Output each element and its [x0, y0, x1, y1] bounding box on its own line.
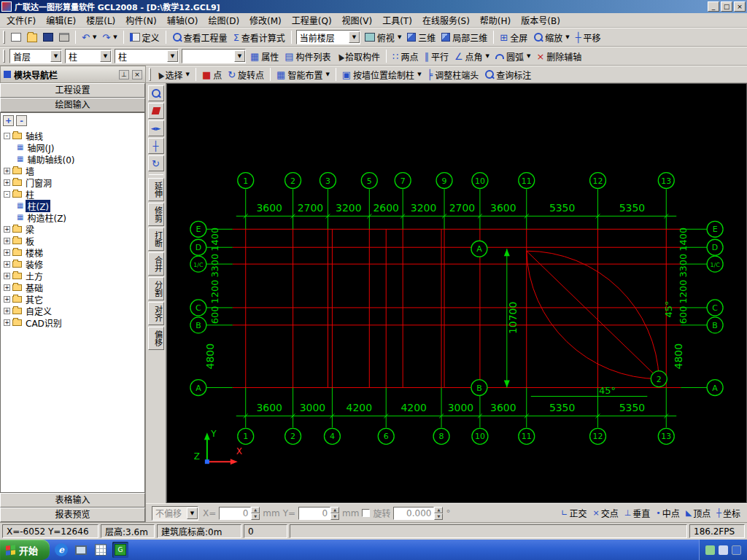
two-point-axis-button[interactable]: ∷两点 — [390, 48, 421, 64]
vertex-button[interactable]: ◣顶点 — [684, 505, 713, 521]
table-input-button[interactable]: 表格输入 — [0, 493, 145, 508]
toolbar-grip[interactable] — [3, 50, 5, 63]
maximize-button[interactable]: □ — [721, 1, 732, 12]
tree-item[interactable]: ▦轴网(J) — [1, 141, 144, 153]
component-list-button[interactable]: ▤构件列表 — [282, 48, 333, 64]
tree-expander[interactable]: - — [4, 191, 10, 198]
zoom-button[interactable]: 缩放▼ — [530, 29, 572, 45]
menu-aux-axis[interactable]: 辅轴(O) — [162, 12, 204, 28]
chevron-down-icon[interactable]: ▼ — [50, 50, 61, 62]
three-d-button[interactable]: 三维 — [404, 29, 438, 45]
start-button[interactable]: 开始 — [0, 540, 50, 560]
tree-item[interactable]: +土方 — [1, 270, 144, 281]
point-angle-axis-button[interactable]: ∠点角▼ — [452, 48, 492, 64]
angle-spin-down[interactable]: ▼ — [434, 513, 443, 520]
angle-spin-up[interactable]: ▲ — [434, 507, 443, 513]
menu-edit[interactable]: 编辑(E) — [41, 12, 81, 28]
tree-expander[interactable]: + — [4, 261, 10, 268]
tree-item[interactable]: +门窗洞 — [1, 176, 144, 188]
undo-button[interactable]: ↶▼ — [79, 29, 99, 45]
side-tool-merge[interactable]: 合并 — [148, 252, 164, 276]
local-three-d-button[interactable]: 局部三维 — [438, 29, 490, 45]
pin-icon[interactable]: ⊥ — [119, 70, 129, 79]
y-spin-up[interactable]: ▲ — [330, 507, 339, 513]
tree-item[interactable]: +装修 — [1, 258, 144, 270]
open-button[interactable] — [24, 29, 40, 45]
point-draw-button[interactable]: ■点 — [199, 66, 225, 82]
tree-item[interactable]: +楼梯 — [1, 246, 144, 258]
zoom-window-button[interactable] — [148, 85, 164, 101]
menu-quantity[interactable]: 工程量(Q) — [287, 12, 337, 28]
expand-all-button[interactable]: + — [3, 115, 14, 126]
report-preview-button[interactable]: 报表预览 — [0, 508, 145, 522]
menu-help[interactable]: 帮助(H) — [475, 12, 516, 28]
project-settings-button[interactable]: 工程设置 — [0, 83, 145, 98]
spreadsheet-app-task[interactable] — [93, 542, 109, 558]
tree-expander[interactable]: + — [4, 273, 10, 279]
chevron-down-icon[interactable]: ▼ — [167, 50, 178, 62]
move-button[interactable]: ┼ — [148, 138, 164, 154]
tray-network-icon[interactable] — [732, 545, 741, 555]
ie-launcher[interactable]: e — [53, 542, 69, 558]
draw-input-button[interactable]: 绘图输入 — [0, 98, 145, 112]
query-annotation-button[interactable]: 查询标注 — [481, 66, 534, 82]
midpoint-button[interactable]: •中点 — [654, 505, 682, 521]
define-button[interactable]: 定义 — [127, 29, 163, 45]
current-floor-combo[interactable]: 当前楼层▼ — [296, 30, 360, 44]
minimize-button[interactable]: _ — [708, 1, 719, 12]
menu-view[interactable]: 视图(V) — [337, 12, 378, 28]
draw-by-wall-button[interactable]: ▣按墙位置绘制柱▼ — [339, 66, 425, 82]
category-combo[interactable]: 柱▼ — [65, 49, 112, 63]
side-tool-break[interactable]: 打断 — [148, 228, 164, 251]
tree-expander[interactable]: + — [4, 284, 10, 291]
x-input[interactable]: 0 — [219, 507, 251, 520]
rotate-button[interactable]: ↻ — [148, 155, 164, 171]
coordinate-button[interactable]: ┼坐标 — [714, 505, 743, 521]
mirror-button[interactable]: ◄► — [148, 120, 164, 136]
redo-button[interactable]: ↷▼ — [99, 29, 120, 45]
new-button[interactable] — [8, 29, 24, 45]
tree-item[interactable]: +基础 — [1, 281, 144, 293]
tree-item[interactable]: +梁 — [1, 223, 144, 235]
tree-item[interactable]: ▦柱(Z) — [1, 200, 144, 211]
side-tool-offset[interactable]: 偏移 — [148, 327, 164, 350]
close-button[interactable]: × — [734, 1, 746, 12]
y-spin-down[interactable]: ▼ — [330, 513, 339, 520]
menu-floor[interactable]: 楼层(L) — [81, 12, 120, 28]
delete-aux-axis-button[interactable]: ×删除辅轴 — [533, 48, 584, 64]
tree-expander[interactable]: + — [4, 308, 10, 314]
angle-input[interactable]: 0.000 — [393, 507, 434, 520]
select-button[interactable]: ▲选择▼ — [154, 66, 193, 82]
rotate-checkbox[interactable] — [362, 509, 370, 517]
side-tool-trim[interactable]: 修剪 — [148, 203, 164, 226]
side-tool-align[interactable]: 对齐 — [148, 302, 164, 325]
tree-item[interactable]: ▦构造柱(Z) — [1, 211, 144, 223]
toolbar-grip[interactable] — [149, 68, 151, 81]
tree-item[interactable]: -柱 — [1, 188, 144, 200]
menu-online-service[interactable]: 在线服务(S) — [417, 12, 475, 28]
tree-expander[interactable]: + — [4, 319, 10, 326]
tree-item[interactable]: +其它 — [1, 293, 144, 305]
brush-button[interactable] — [148, 103, 164, 119]
rotate-point-button[interactable]: ↻旋转点 — [225, 66, 267, 82]
tree-item[interactable]: +CAD识别 — [1, 316, 144, 328]
menu-draw[interactable]: 绘图(D) — [203, 12, 244, 28]
view-calc-button[interactable]: Σ查看计算式 — [231, 29, 288, 45]
close-panel-icon[interactable]: × — [132, 70, 142, 79]
menu-tools[interactable]: 工具(T) — [377, 12, 417, 28]
save-button[interactable] — [40, 29, 56, 45]
chevron-down-icon[interactable]: ▼ — [100, 50, 111, 62]
floor-combo[interactable]: 首层▼ — [9, 49, 62, 63]
empty-combo[interactable]: ▼ — [182, 49, 246, 63]
ortho-button[interactable]: ∟正交 — [559, 505, 589, 521]
collapse-all-button[interactable]: - — [16, 115, 27, 126]
arc-axis-button[interactable]: 圆弧▼ — [492, 48, 533, 64]
tray-status-icon[interactable] — [705, 545, 715, 555]
tree-item[interactable]: ▦辅助轴线(0) — [1, 153, 144, 165]
offset-combo[interactable]: 不偏移▼ — [152, 506, 198, 521]
tree-item[interactable]: +墙 — [1, 165, 144, 176]
drawing-canvas[interactable]: 3600270032002600320027003600535053503600… — [166, 83, 747, 503]
tray-volume-icon[interactable] — [719, 545, 728, 555]
pick-component-button[interactable]: ▲拾取构件 — [334, 48, 383, 64]
perpendicular-button[interactable]: ⊥垂直 — [622, 505, 653, 521]
